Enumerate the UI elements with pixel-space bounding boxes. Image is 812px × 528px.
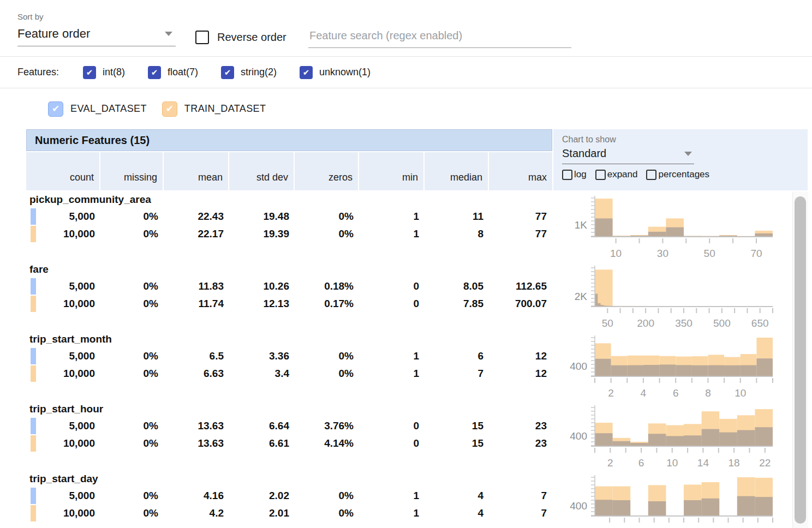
svg-text:50: 50 bbox=[602, 317, 613, 329]
dataset-toggle-eval_dataset[interactable]: ✔EVAL_DATASET bbox=[48, 101, 147, 117]
toolbar: Sort by Feature order Reverse order bbox=[0, 0, 812, 57]
checkbox-unchecked-icon[interactable] bbox=[595, 170, 606, 180]
filter-label: float(7) bbox=[168, 67, 198, 78]
chart-type-dropdown[interactable]: Standard bbox=[562, 145, 694, 164]
svg-text:400: 400 bbox=[570, 361, 587, 372]
column-header-count: count bbox=[26, 152, 100, 190]
feature-stats: trip_start_month5,0000%6.53.360%161210,0… bbox=[26, 330, 552, 400]
stats-row-train_dataset: 10,0000%4.22.010%147 bbox=[26, 505, 552, 522]
checkbox-checked-icon[interactable]: ✔ bbox=[48, 101, 63, 117]
histogram-chart-trip_start_hour[interactable]: 2610141822400 bbox=[560, 401, 781, 469]
histogram-chart-fare[interactable]: 502003505006502K bbox=[560, 261, 781, 329]
svg-text:10: 10 bbox=[666, 457, 678, 469]
sort-by-label: Sort by bbox=[17, 12, 176, 21]
stat-std-dev: 10.26 bbox=[229, 278, 295, 295]
chart-options: logexpandpercentages bbox=[562, 169, 808, 180]
chart-option-percentages[interactable]: percentages bbox=[646, 169, 709, 180]
feature-name: fare bbox=[26, 260, 552, 278]
stats-row-train_dataset: 10,0000%6.633.40%1712 bbox=[26, 365, 552, 382]
filter-items: ✔int(8)✔float(7)✔string(2)✔unknown(1) bbox=[83, 66, 393, 79]
svg-text:22: 22 bbox=[759, 457, 771, 469]
checkbox-checked-icon[interactable]: ✔ bbox=[83, 66, 96, 79]
dataset-toggle-train_dataset[interactable]: ✔TRAIN_DATASET bbox=[162, 101, 266, 117]
train-dataset-swatch bbox=[31, 226, 36, 242]
reverse-order-toggle[interactable]: Reverse order bbox=[195, 31, 286, 44]
chart-option-label: expand bbox=[607, 169, 638, 180]
histogram-chart-trip_start_month[interactable]: 246810400 bbox=[560, 331, 781, 399]
stat-count: 5,000 bbox=[26, 487, 100, 505]
svg-text:4: 4 bbox=[641, 387, 647, 399]
checkbox-checked-icon[interactable]: ✔ bbox=[162, 101, 177, 117]
eval-dataset-swatch bbox=[31, 348, 36, 364]
svg-text:400: 400 bbox=[570, 430, 587, 442]
chart-to-show-label: Chart to show bbox=[562, 135, 808, 145]
stat-zeros: 3.76% bbox=[295, 417, 359, 435]
column-header-min: min bbox=[359, 152, 425, 190]
histogram-chart-pickup_community_area[interactable]: 103050701K bbox=[560, 191, 781, 259]
stat-min: 1 bbox=[359, 505, 425, 522]
search-input[interactable] bbox=[308, 26, 571, 48]
stat-median: 7.85 bbox=[425, 295, 489, 313]
train-dataset-swatch bbox=[31, 505, 36, 521]
stats-row-eval_dataset: 5,0000%22.4319.480%11177 bbox=[26, 208, 552, 225]
stat-zeros: 0% bbox=[295, 208, 359, 225]
features-label: Features: bbox=[17, 67, 83, 78]
stat-max: 23 bbox=[489, 435, 552, 452]
feature-type-filter-unknown[interactable]: ✔unknown(1) bbox=[300, 66, 371, 79]
app: { "toolbar": { "sort_by_label": "Sort by… bbox=[0, 0, 812, 528]
feature-chart-cell: 502003505006502K bbox=[552, 260, 807, 330]
stat-std-dev: 19.48 bbox=[229, 208, 295, 225]
stat-std-dev: 6.61 bbox=[229, 435, 295, 452]
stat-zeros: 0% bbox=[295, 347, 359, 365]
feature-type-filter-string[interactable]: ✔string(2) bbox=[221, 66, 277, 79]
feature-block-pickup_community_area: pickup_community_area5,0000%22.4319.480%… bbox=[26, 190, 808, 260]
stat-median: 7 bbox=[425, 365, 489, 382]
stats-row-eval_dataset: 5,0000%11.8310.260.18%08.05112.65 bbox=[26, 278, 552, 295]
chart-option-log[interactable]: log bbox=[562, 169, 587, 180]
stat-max: 23 bbox=[489, 417, 552, 435]
stat-median: 6 bbox=[425, 347, 489, 365]
feature-name: trip_start_month bbox=[26, 330, 552, 347]
feature-block-trip_start_day: trip_start_day5,0000%4.162.020%14710,000… bbox=[26, 470, 808, 528]
stat-max: 700.07 bbox=[489, 295, 552, 313]
chart-option-expand[interactable]: expand bbox=[595, 169, 638, 180]
histogram-chart-trip_start_day[interactable]: 400 bbox=[560, 471, 781, 528]
feature-type-filter-float[interactable]: ✔float(7) bbox=[148, 66, 198, 79]
stat-mean: 4.2 bbox=[164, 505, 229, 522]
feature-chart-cell: 400 bbox=[552, 470, 807, 528]
checkbox-checked-icon[interactable]: ✔ bbox=[148, 66, 161, 79]
stat-missing: 0% bbox=[100, 295, 164, 313]
svg-text:2K: 2K bbox=[575, 291, 588, 302]
checkbox-checked-icon[interactable]: ✔ bbox=[221, 66, 234, 79]
stat-mean: 6.63 bbox=[164, 365, 229, 382]
feature-block-trip_start_month: trip_start_month5,0000%6.53.360%161210,0… bbox=[26, 330, 808, 400]
stat-min: 1 bbox=[359, 208, 425, 225]
checkbox-unchecked-icon[interactable] bbox=[646, 170, 656, 180]
stat-zeros: 0% bbox=[295, 505, 359, 522]
feature-type-filterbar: Features: ✔int(8)✔float(7)✔string(2)✔unk… bbox=[0, 57, 812, 88]
stat-std-dev: 6.64 bbox=[229, 417, 295, 435]
column-header-missing: missing bbox=[100, 152, 164, 190]
checkbox-unchecked-icon[interactable] bbox=[195, 31, 209, 44]
stat-count: 10,000 bbox=[26, 225, 100, 243]
checkbox-checked-icon[interactable]: ✔ bbox=[300, 66, 313, 79]
sort-by-dropdown[interactable]: Sort by Feature order bbox=[17, 12, 176, 46]
svg-text:650: 650 bbox=[751, 317, 769, 329]
feature-type-filter-int[interactable]: ✔int(8) bbox=[83, 66, 125, 79]
stat-std-dev: 3.4 bbox=[229, 365, 295, 382]
svg-text:1K: 1K bbox=[575, 219, 588, 231]
stat-missing: 0% bbox=[100, 347, 164, 365]
stat-zeros: 0% bbox=[295, 225, 359, 243]
stat-min: 0 bbox=[359, 435, 425, 452]
stat-max: 12 bbox=[489, 347, 552, 365]
feature-chart-cell: 2610141822400 bbox=[552, 400, 807, 470]
stat-zeros: 0% bbox=[295, 365, 359, 382]
svg-text:2: 2 bbox=[607, 457, 613, 469]
checkbox-unchecked-icon[interactable] bbox=[562, 170, 572, 180]
feature-name: trip_start_hour bbox=[26, 400, 552, 417]
vertical-scrollbar[interactable] bbox=[792, 191, 808, 528]
svg-text:18: 18 bbox=[729, 457, 740, 469]
stat-median: 15 bbox=[425, 417, 489, 435]
column-header-max: max bbox=[489, 152, 552, 190]
scrollbar-thumb[interactable] bbox=[795, 196, 806, 524]
